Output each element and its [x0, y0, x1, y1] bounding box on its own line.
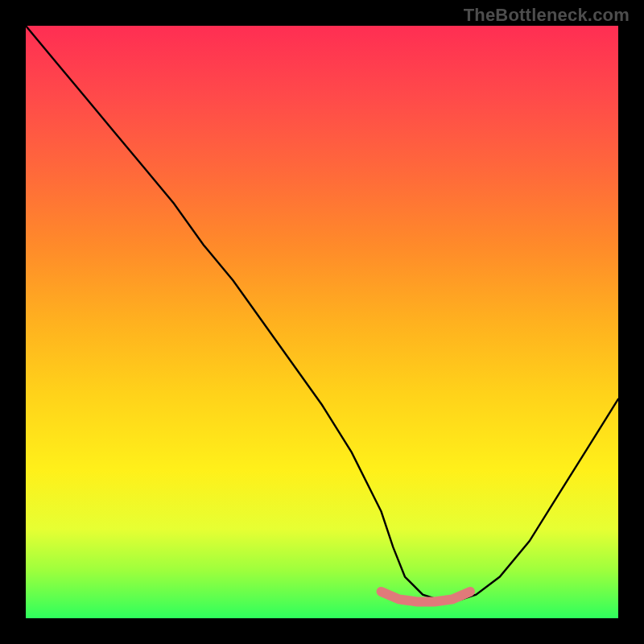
series-pink-highlight — [382, 592, 470, 602]
chart-overlay — [0, 0, 644, 644]
series-black-curve — [26, 26, 618, 601]
chart-frame: TheBottleneck.com — [0, 0, 644, 644]
